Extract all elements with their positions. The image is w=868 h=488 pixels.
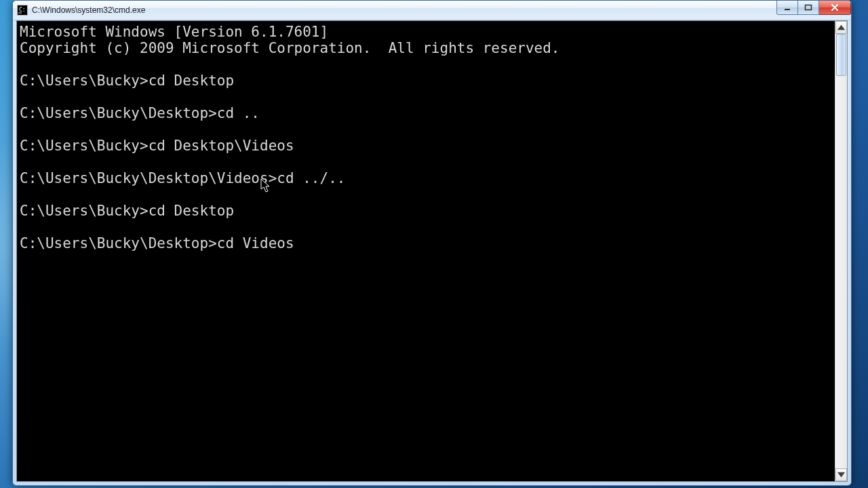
window-controls (776, 1, 851, 14)
blank-line (20, 121, 833, 138)
scroll-down-button[interactable] (835, 468, 847, 481)
prompt: C:\Users\Bucky> (20, 73, 149, 89)
vertical-scrollbar[interactable] (835, 21, 847, 481)
close-button[interactable] (819, 1, 851, 15)
prompt: C:\Users\Bucky> (20, 203, 149, 219)
svg-rect-4 (806, 5, 812, 10)
minimize-button[interactable] (776, 1, 798, 15)
blank-line (20, 186, 833, 203)
blank-line (20, 219, 833, 235)
prompt: C:\Users\Bucky> (20, 138, 149, 154)
cmd-icon: C: (17, 5, 28, 16)
maximize-button[interactable] (798, 1, 819, 15)
svg-rect-3 (785, 9, 790, 10)
terminal-header-line: Microsoft Windows [Version 6.1.7601] (20, 24, 328, 40)
command: cd ../.. (277, 170, 345, 186)
prompt: C:\Users\Bucky\Desktop> (20, 105, 217, 121)
cmd-window: C: C:\Windows\system32\cmd.exe (12, 0, 852, 486)
scrollbar-track[interactable] (835, 34, 847, 468)
scrollbar-thumb[interactable] (836, 34, 846, 76)
titlebar[interactable]: C: C:\Windows\system32\cmd.exe (13, 1, 851, 20)
command: cd Desktop\Videos (149, 138, 294, 154)
window-title: C:\Windows\system32\cmd.exe (32, 5, 776, 15)
scroll-up-button[interactable] (835, 21, 847, 34)
terminal-header-line: Copyright (c) 2009 Microsoft Corporation… (20, 40, 560, 56)
command: cd Videos (217, 235, 294, 251)
prompt: C:\Users\Bucky\Desktop> (20, 235, 217, 251)
prompt: C:\Users\Bucky\Desktop\Videos> (20, 170, 277, 186)
svg-text:C:: C: (19, 7, 26, 13)
blank-line (20, 56, 833, 73)
client-area: Microsoft Windows [Version 6.1.7601] Cop… (16, 20, 848, 482)
command: cd Desktop (149, 203, 234, 219)
terminal-output[interactable]: Microsoft Windows [Version 6.1.7601] Cop… (17, 21, 835, 481)
command: cd .. (217, 105, 260, 121)
blank-line (20, 89, 833, 105)
blank-line (20, 154, 833, 170)
command: cd Desktop (149, 73, 234, 89)
